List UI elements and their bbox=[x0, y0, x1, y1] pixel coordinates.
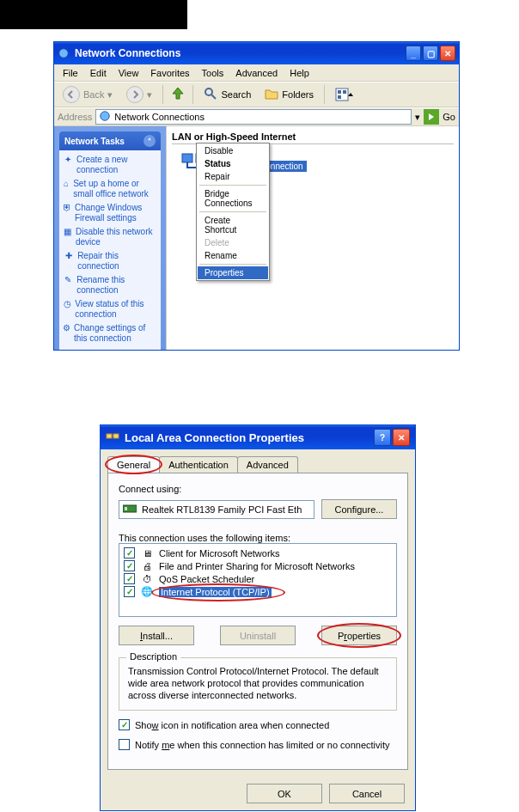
configure-button[interactable]: Configure... bbox=[321, 499, 397, 519]
description-legend: Description bbox=[126, 651, 180, 662]
task-create-connection[interactable]: ✦Create a new connection bbox=[63, 154, 157, 176]
svg-point-1 bbox=[205, 89, 212, 95]
menu-advanced[interactable]: Advanced bbox=[230, 66, 283, 80]
menu-help[interactable]: Help bbox=[284, 66, 314, 80]
ctx-disable[interactable]: Disable bbox=[198, 144, 268, 157]
group-header[interactable]: Network Tasks ˄ bbox=[59, 131, 161, 150]
back-button[interactable]: Back ▾ bbox=[58, 84, 118, 105]
separator bbox=[162, 85, 163, 104]
menu-view[interactable]: View bbox=[113, 66, 144, 80]
tab-authentication[interactable]: Authentication bbox=[159, 456, 238, 473]
separator bbox=[199, 185, 266, 186]
titlebar[interactable]: Local Area Connection Properties ? ✕ bbox=[101, 425, 415, 449]
checkbox-checked[interactable]: ✓ bbox=[124, 573, 135, 584]
uninstall-button: Uninstall bbox=[220, 626, 296, 645]
ctx-properties[interactable]: Properties bbox=[198, 266, 268, 279]
items-label: This connection uses the following items… bbox=[119, 533, 397, 543]
list-item[interactable]: ✓ ⏱ QoS Packet Scheduler bbox=[122, 572, 394, 585]
folders-icon bbox=[265, 87, 278, 102]
black-bar bbox=[0, 0, 187, 29]
minimize-button[interactable]: _ bbox=[406, 46, 421, 61]
ctx-repair[interactable]: Repair bbox=[198, 170, 268, 183]
network-icon bbox=[99, 110, 111, 124]
service-icon: ⏱ bbox=[140, 574, 154, 584]
cancel-button[interactable]: Cancel bbox=[329, 784, 405, 803]
network-tasks-group: Network Tasks ˄ ✦Create a new connection… bbox=[59, 131, 161, 350]
install-label: nstall... bbox=[143, 631, 173, 641]
help-button[interactable]: ? bbox=[374, 429, 391, 446]
status-icon: ◷ bbox=[63, 299, 71, 320]
components-list[interactable]: ✓ 🖥 Client for Microsoft Networks ✓ 🖨 Fi… bbox=[119, 543, 397, 617]
tab-general[interactable]: General bbox=[107, 456, 160, 473]
views-button[interactable] bbox=[330, 86, 359, 103]
task-setup-home-network[interactable]: ⌂Set up a home or small office network bbox=[63, 178, 157, 200]
search-button[interactable]: Search bbox=[198, 85, 256, 104]
search-label: Search bbox=[221, 89, 251, 100]
checkbox-checked[interactable]: ✓ bbox=[124, 547, 135, 559]
adapter-field: Realtek RTL8139 Family PCI Fast Eth bbox=[119, 500, 314, 519]
ctx-bridge[interactable]: Bridge Connections bbox=[198, 187, 268, 210]
dialog-buttons: OK Cancel bbox=[101, 777, 415, 810]
properties-button[interactable]: Properties bbox=[321, 626, 397, 645]
back-label: Back bbox=[83, 89, 104, 100]
checkbox-unchecked[interactable]: ✓ bbox=[119, 739, 130, 750]
task-status[interactable]: ◷View status of this connection bbox=[63, 298, 157, 321]
tab-advanced[interactable]: Advanced bbox=[237, 456, 298, 473]
menu-bar: File Edit View Favorites Tools Advanced … bbox=[54, 64, 459, 82]
gear-icon: ⚙ bbox=[63, 323, 70, 344]
ctx-status[interactable]: Status bbox=[198, 157, 268, 170]
dialog-title: Local Area Connection Properties bbox=[125, 431, 374, 444]
network-icon: ▦ bbox=[63, 227, 72, 247]
notify-row[interactable]: ✓ Notify me when this connection has lim… bbox=[119, 739, 397, 750]
show-icon-row[interactable]: ✓ Show icon in notification area when co… bbox=[119, 719, 397, 730]
ok-button[interactable]: OK bbox=[247, 784, 322, 803]
task-settings[interactable]: ⚙Change settings of this connection bbox=[63, 322, 157, 345]
go-label: Go bbox=[443, 112, 455, 122]
ctx-rename[interactable]: Rename bbox=[198, 249, 268, 262]
task-repair[interactable]: ✚Repair this connection bbox=[63, 250, 157, 272]
ctx-shortcut[interactable]: Create Shortcut bbox=[198, 214, 268, 236]
search-icon bbox=[204, 87, 217, 102]
dropdown-icon[interactable]: ▾ bbox=[415, 112, 420, 123]
separator bbox=[192, 85, 193, 104]
menu-file[interactable]: File bbox=[58, 66, 83, 80]
repair-icon: ✚ bbox=[63, 251, 74, 272]
home-icon: ⌂ bbox=[63, 179, 70, 199]
task-disable-device[interactable]: ▦Disable this network device bbox=[63, 226, 157, 248]
task-rename[interactable]: ✎Rename this connection bbox=[63, 274, 157, 296]
go-button[interactable] bbox=[424, 109, 439, 125]
menu-edit[interactable]: Edit bbox=[85, 66, 112, 80]
folders-label: Folders bbox=[282, 89, 314, 100]
close-button[interactable]: ✕ bbox=[393, 429, 410, 446]
svg-point-0 bbox=[59, 49, 69, 58]
forward-icon bbox=[126, 86, 143, 103]
chevron-down-icon: ▾ bbox=[147, 89, 152, 101]
folders-button[interactable]: Folders bbox=[260, 85, 319, 104]
list-item[interactable]: ✓ 🖥 Client for Microsoft Networks bbox=[122, 546, 394, 559]
maximize-button[interactable]: ▢ bbox=[423, 46, 438, 61]
menu-favorites[interactable]: Favorites bbox=[145, 66, 194, 80]
group-title: Network Tasks bbox=[64, 137, 125, 146]
address-bar: Address Network Connections ▾ Go bbox=[54, 107, 459, 126]
address-input[interactable]: Network Connections bbox=[95, 109, 412, 125]
checkbox-checked[interactable]: ✓ bbox=[119, 719, 130, 730]
close-button[interactable]: ✕ bbox=[440, 46, 455, 61]
separator bbox=[199, 211, 266, 212]
checkbox-checked[interactable]: ✓ bbox=[124, 586, 135, 597]
address-text: Network Connections bbox=[114, 112, 205, 122]
up-button[interactable] bbox=[168, 85, 187, 104]
svg-line-2 bbox=[211, 95, 216, 99]
checkbox-checked[interactable]: ✓ bbox=[124, 560, 135, 571]
context-menu: Disable Status Repair Bridge Connections… bbox=[196, 143, 270, 281]
list-item[interactable]: ✓ 🖨 File and Printer Sharing for Microso… bbox=[122, 559, 394, 572]
forward-button[interactable]: ▾ bbox=[121, 84, 157, 105]
list-item-tcpip[interactable]: ✓ 🌐 Internet Protocol (TCP/IP) bbox=[122, 585, 394, 598]
titlebar[interactable]: Network Connections _ ▢ ✕ bbox=[54, 42, 459, 64]
task-firewall[interactable]: ⛨Change Windows Firewall settings bbox=[63, 202, 157, 224]
svg-rect-11 bbox=[113, 434, 119, 438]
menu-tools[interactable]: Tools bbox=[197, 66, 229, 80]
svg-rect-6 bbox=[338, 95, 341, 99]
install-button[interactable]: Install... bbox=[119, 626, 194, 645]
svg-point-7 bbox=[101, 112, 110, 121]
service-icon: 🖨 bbox=[140, 561, 154, 571]
